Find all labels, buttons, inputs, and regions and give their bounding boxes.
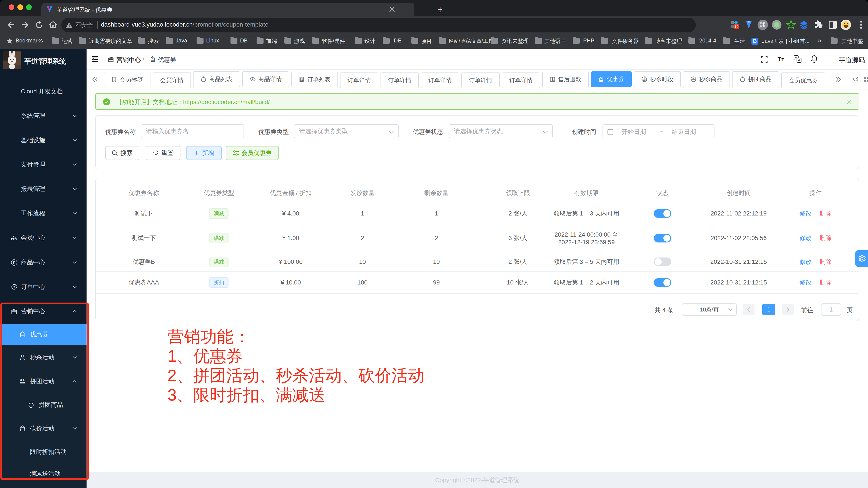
svg-text:P: P	[13, 261, 15, 265]
svg-text:T: T	[778, 56, 781, 63]
svg-text:12: 12	[734, 25, 739, 29]
svg-text:T: T	[781, 57, 784, 62]
svg-text:A: A	[798, 58, 800, 62]
